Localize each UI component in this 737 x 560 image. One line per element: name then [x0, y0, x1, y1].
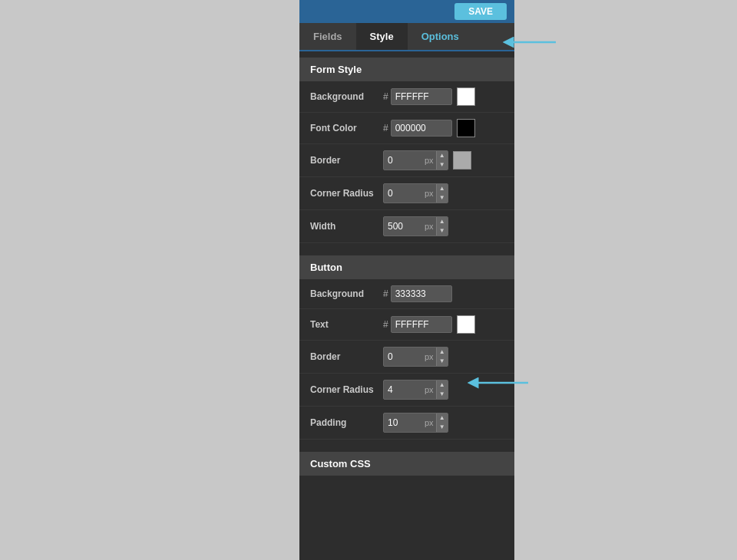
button-corner-spinner-group: px ▲ ▼ [383, 380, 448, 400]
button-border-down[interactable]: ▼ [437, 357, 448, 366]
top-bar: SAVE [299, 0, 514, 23]
form-corner-spinner: ▲ ▼ [436, 184, 448, 203]
form-background-input[interactable] [391, 88, 452, 105]
button-corner-spinner: ▲ ▼ [436, 380, 448, 399]
form-style-header: Form Style [299, 58, 514, 81]
button-corner-up[interactable]: ▲ [437, 380, 448, 390]
tab-style[interactable]: Style [356, 23, 408, 50]
tab-fields[interactable]: Fields [299, 23, 356, 50]
form-width-up[interactable]: ▲ [437, 217, 448, 226]
form-width-unit: px [422, 222, 436, 231]
button-section-header: Button [299, 255, 514, 279]
form-border-input[interactable] [384, 153, 422, 168]
button-text-row: Text # [299, 309, 514, 341]
form-corner-up[interactable]: ▲ [437, 184, 448, 193]
tabs-bar: Fields Style Options [299, 23, 514, 51]
form-border-spinner: ▲ ▼ [436, 151, 448, 170]
form-border-label: Border [310, 155, 383, 166]
form-border-up[interactable]: ▲ [437, 151, 448, 160]
form-corner-spinner-group: px ▲ ▼ [383, 183, 448, 203]
button-border-input[interactable] [384, 349, 422, 364]
button-text-input[interactable] [391, 316, 452, 333]
font-color-label: Font Color [310, 123, 383, 133]
button-padding-row: Padding px ▲ ▼ [299, 407, 514, 440]
button-padding-up[interactable]: ▲ [437, 413, 448, 423]
font-color-row: Font Color # [299, 113, 514, 144]
form-background-label: Background [310, 91, 383, 102]
button-padding-label: Padding [310, 417, 383, 428]
form-corner-radius-input-group: px ▲ ▼ [383, 183, 504, 203]
button-border-up[interactable]: ▲ [437, 348, 448, 357]
hash-prefix: # [383, 91, 388, 102]
button-corner-unit: px [422, 385, 436, 394]
form-background-input-group: # [383, 87, 504, 106]
form-width-label: Width [310, 221, 383, 232]
button-corner-radius-label: Corner Radius [310, 384, 383, 395]
font-color-swatch[interactable] [457, 119, 475, 137]
form-border-swatch[interactable] [453, 151, 471, 170]
form-background-row: Background # [299, 81, 514, 113]
panel-content: Form Style Background # Font Color # Bor… [299, 51, 514, 560]
form-border-spinner-group: px ▲ ▼ [383, 150, 448, 170]
button-border-unit: px [422, 352, 436, 361]
style-panel: SAVE Fields Style Options Form Style Bac… [299, 0, 514, 560]
form-width-row: Width px ▲ ▼ [299, 210, 514, 243]
hash-prefix-3: # [383, 288, 388, 299]
custom-css-header: Custom CSS [299, 452, 514, 476]
button-border-spinner-group: px ▲ ▼ [383, 347, 448, 367]
button-background-input[interactable] [391, 285, 452, 302]
form-width-input[interactable] [384, 219, 422, 234]
form-corner-radius-input[interactable] [384, 186, 422, 201]
button-text-swatch[interactable] [457, 315, 475, 334]
button-padding-unit: px [422, 418, 436, 427]
custom-css-area [299, 476, 514, 506]
form-corner-unit: px [422, 189, 436, 198]
form-border-unit: px [422, 156, 436, 165]
button-background-label: Background [310, 288, 383, 299]
button-background-row: Background # [299, 279, 514, 309]
button-padding-spinner: ▲ ▼ [436, 413, 448, 432]
button-border-input-group: px ▲ ▼ [383, 347, 504, 367]
button-border-row: Border px ▲ ▼ [299, 341, 514, 374]
form-width-spinner-group: px ▲ ▼ [383, 216, 448, 236]
button-corner-radius-row: Corner Radius px ▲ ▼ [299, 374, 514, 407]
button-corner-radius-input-group: px ▲ ▼ [383, 380, 504, 400]
form-width-spinner: ▲ ▼ [436, 217, 448, 236]
hash-prefix-4: # [383, 319, 388, 330]
tab-options[interactable]: Options [408, 23, 473, 50]
form-border-down[interactable]: ▼ [437, 160, 448, 170]
button-padding-input[interactable] [384, 415, 422, 430]
button-padding-input-group: px ▲ ▼ [383, 413, 504, 433]
form-border-input-group: px ▲ ▼ [383, 150, 504, 170]
save-button[interactable]: SAVE [454, 3, 507, 20]
button-text-label: Text [310, 319, 383, 330]
form-border-row: Border px ▲ ▼ [299, 144, 514, 177]
hash-prefix-2: # [383, 123, 388, 133]
button-padding-down[interactable]: ▼ [437, 423, 448, 432]
form-background-swatch[interactable] [457, 87, 475, 106]
form-width-input-group: px ▲ ▼ [383, 216, 504, 236]
font-color-input[interactable] [391, 120, 452, 137]
form-width-down[interactable]: ▼ [437, 226, 448, 236]
button-corner-down[interactable]: ▼ [437, 390, 448, 399]
button-border-label: Border [310, 351, 383, 362]
button-text-input-group: # [383, 315, 504, 334]
form-corner-radius-row: Corner Radius px ▲ ▼ [299, 177, 514, 210]
button-border-spinner: ▲ ▼ [436, 348, 448, 366]
button-padding-spinner-group: px ▲ ▼ [383, 413, 448, 433]
form-corner-radius-label: Corner Radius [310, 188, 383, 199]
font-color-input-group: # [383, 119, 504, 137]
form-corner-down[interactable]: ▼ [437, 193, 448, 203]
button-background-input-group: # [383, 285, 504, 302]
button-corner-radius-input[interactable] [384, 382, 422, 397]
